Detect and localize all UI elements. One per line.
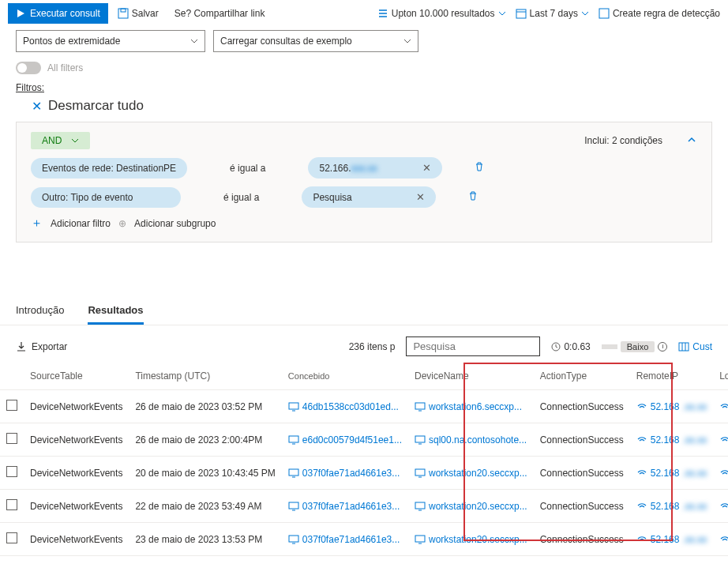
clear-all-label[interactable]: Desmarcar tudo bbox=[48, 98, 144, 114]
cell-remoteip[interactable]: 52.168.xx.xx bbox=[636, 401, 707, 412]
collapse-filter-icon[interactable] bbox=[686, 134, 697, 148]
clear-value-icon[interactable]: ✕ bbox=[422, 162, 431, 174]
svg-rect-11 bbox=[415, 469, 425, 476]
save-button[interactable]: Salvar bbox=[111, 5, 165, 22]
cell-devicename[interactable]: workstation20.seccxp... bbox=[415, 501, 527, 512]
save-label: Salvar bbox=[132, 8, 159, 19]
filter-row: Eventos de rede: DestinationPE é igual a… bbox=[31, 157, 697, 179]
filters-link[interactable]: Filtros: bbox=[16, 82, 44, 93]
table-row: DeviceNetworkEvents 26 de maio de 2023 2… bbox=[0, 423, 728, 457]
filter-field-pill[interactable]: Eventos de rede: DestinationPE bbox=[31, 158, 187, 179]
table-row: DeviceNetworkEvents 23 de maio de 2023 1… bbox=[0, 523, 728, 556]
cell-deviceid[interactable]: 037f0fae71ad4661e3... bbox=[288, 501, 402, 512]
clear-all-icon[interactable]: ✕ bbox=[32, 99, 42, 114]
column-header[interactable]: Concebido bbox=[282, 363, 408, 390]
endpoints-select[interactable]: Pontos de extremidade bbox=[16, 30, 205, 52]
svg-rect-8 bbox=[289, 436, 298, 442]
filter-value-pill[interactable]: Pesquisa✕ bbox=[302, 186, 436, 208]
time-range-dropdown[interactable]: Last 7 days bbox=[516, 8, 589, 19]
row-checkbox[interactable] bbox=[6, 466, 17, 477]
svg-rect-13 bbox=[415, 502, 425, 509]
export-button[interactable]: Exportar bbox=[16, 341, 67, 352]
info-icon[interactable]: i bbox=[658, 342, 667, 352]
row-checkbox[interactable] bbox=[6, 499, 17, 510]
cell-localip[interactable]: 192.168 bbox=[719, 501, 728, 512]
cell-deviceid[interactable]: 46db1538cc03d01ed... bbox=[288, 401, 402, 412]
cell-devicename[interactable]: workstation6.seccxp... bbox=[415, 401, 527, 412]
logic-and-pill[interactable]: AND bbox=[31, 132, 90, 149]
column-header[interactable]: RemoteIP bbox=[630, 363, 713, 390]
cell-devicename[interactable]: workstation20.seccxp... bbox=[415, 468, 527, 479]
cell-actiontype: ConnectionSuccess bbox=[534, 457, 630, 490]
cell-deviceid[interactable]: 037f0fae71ad4661e3... bbox=[288, 534, 402, 545]
run-query-label: Executar consult bbox=[30, 8, 100, 19]
delete-filter-icon[interactable] bbox=[474, 161, 485, 175]
cell-deviceid[interactable]: 037f0fae71ad4661e3... bbox=[288, 468, 402, 479]
results-search-input[interactable] bbox=[413, 340, 533, 352]
filter-op: é igual a bbox=[212, 187, 270, 208]
alert-icon bbox=[599, 8, 610, 19]
results-search[interactable] bbox=[406, 336, 540, 356]
wifi-icon bbox=[719, 502, 728, 511]
column-header[interactable]: DeviceName bbox=[408, 363, 534, 390]
customize-columns-button[interactable]: Cust bbox=[678, 341, 712, 352]
cell-localip[interactable]: 10.1.5.1 bbox=[719, 434, 728, 446]
results-limit-dropdown[interactable]: Upton 10.000 resultados bbox=[377, 8, 506, 19]
column-header[interactable]: Timestamp (UTC) bbox=[129, 363, 281, 390]
row-checkbox[interactable] bbox=[6, 400, 17, 411]
filter-field-pill[interactable]: Outro: Tipo de evento bbox=[31, 187, 181, 208]
item-count: 236 bbox=[349, 341, 365, 352]
play-icon bbox=[16, 9, 25, 18]
cell-devicename[interactable]: sql00.na.contosohote... bbox=[415, 434, 527, 446]
wifi-icon bbox=[719, 402, 728, 412]
svg-rect-10 bbox=[289, 469, 298, 476]
tab-intro[interactable]: Introdução bbox=[16, 298, 64, 325]
cell-timestamp: 23 de maio de 2023 13:53 PM bbox=[129, 523, 281, 556]
cell-remoteip[interactable]: 52.168.xx.xx bbox=[636, 434, 707, 446]
row-checkbox[interactable] bbox=[6, 433, 17, 444]
table-row: DeviceNetworkEvents 20 de maio de 2023 1… bbox=[0, 457, 728, 490]
monitor-icon bbox=[288, 468, 299, 478]
wifi-icon bbox=[719, 435, 728, 445]
column-header[interactable]: LocalIP bbox=[713, 363, 728, 390]
row-checkbox[interactable] bbox=[6, 532, 17, 543]
add-subgroup-button[interactable]: Adicionar subgrupo bbox=[134, 218, 216, 229]
add-filter-button[interactable]: Adicionar filtro bbox=[51, 218, 111, 229]
svg-rect-7 bbox=[415, 403, 425, 409]
chevron-down-icon bbox=[498, 9, 506, 17]
query-time: 0:0.63 bbox=[564, 341, 590, 352]
tab-results[interactable]: Resultados bbox=[88, 298, 143, 325]
export-label: Exportar bbox=[32, 341, 67, 352]
cell-remoteip[interactable]: 52.168.xx.xx bbox=[636, 501, 707, 512]
chevron-down-icon bbox=[190, 37, 198, 45]
cell-devicename[interactable]: workstation20.seccxp... bbox=[415, 534, 527, 545]
create-rule-label: Create regra de detecção bbox=[613, 8, 720, 19]
column-header[interactable]: SourceTable bbox=[24, 363, 129, 390]
cell-localip[interactable]: 192.168 bbox=[719, 534, 728, 545]
share-button[interactable]: Se? Compartilhar link bbox=[168, 5, 272, 22]
cell-source: DeviceNetworkEvents bbox=[24, 523, 129, 556]
column-header[interactable] bbox=[0, 363, 24, 390]
cell-localip[interactable]: 192.168 bbox=[719, 468, 728, 479]
create-detection-rule-button[interactable]: Create regra de detecção bbox=[599, 8, 720, 19]
cell-deviceid[interactable]: e6d0c00579d4f51ee1... bbox=[288, 434, 402, 446]
delete-filter-icon[interactable] bbox=[467, 190, 478, 204]
wifi-icon bbox=[719, 468, 728, 478]
all-filters-toggle[interactable] bbox=[16, 62, 41, 74]
column-header[interactable]: ActionType bbox=[534, 363, 630, 390]
run-query-button[interactable]: Executar consult bbox=[8, 3, 108, 24]
monitor-icon bbox=[415, 435, 426, 445]
wifi-icon bbox=[636, 435, 647, 445]
chevron-down-icon bbox=[403, 37, 411, 45]
endpoints-select-label: Pontos de extremidade bbox=[23, 36, 120, 47]
load-examples-select[interactable]: Carregar consultas de exemplo bbox=[213, 30, 418, 52]
filter-value-pill[interactable]: 52.166.xxx.xx✕ bbox=[308, 157, 442, 179]
cell-source: DeviceNetworkEvents bbox=[24, 457, 129, 490]
cell-remoteip[interactable]: 52.168.xx.xx bbox=[636, 534, 707, 545]
cell-remoteip[interactable]: 52.168.xx.xx bbox=[636, 468, 707, 479]
all-filters-label: All filters bbox=[47, 62, 83, 73]
time-range-label: Last 7 days bbox=[530, 8, 578, 19]
monitor-icon bbox=[288, 402, 299, 412]
clear-value-icon[interactable]: ✕ bbox=[416, 191, 425, 203]
cell-localip[interactable]: 192.168 bbox=[719, 401, 728, 412]
